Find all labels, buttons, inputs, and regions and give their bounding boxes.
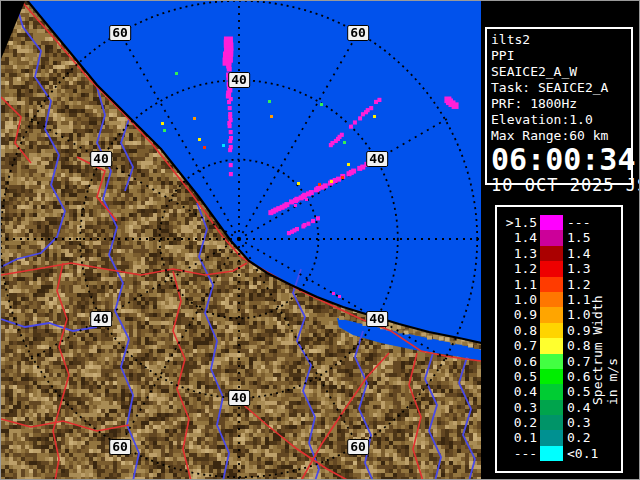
legend-left-label: --- (499, 446, 540, 461)
legend-left-label: 0.1 (499, 430, 540, 445)
radar-info-panel: ilts2PPISEAICE2_A_WTask: SEAICE2_APRF: 1… (485, 27, 633, 185)
legend-left-label: 0.3 (499, 400, 540, 415)
range-label-40-0: 40 (228, 72, 250, 88)
legend-color-cell (540, 277, 563, 292)
legend-color-cell (540, 261, 563, 276)
legend-row-2: 1.31.4 (499, 246, 609, 261)
range-label-60-9: 60 (347, 439, 369, 455)
legend-color-cell (540, 230, 563, 245)
legend-row-14: 0.10.2 (499, 430, 609, 445)
radar-map-display: 40606040404040406060 (1, 1, 481, 480)
legend-color-cell (540, 323, 563, 338)
info-line-2: SEAICE2_A_W (491, 64, 627, 80)
info-line-1: PPI (491, 48, 627, 64)
legend-title: Spectrum Width in m/s (590, 273, 620, 405)
legend-color-cell (540, 292, 563, 307)
range-label-60-8: 60 (109, 439, 131, 455)
spectrum-width-legend: >1.5---1.41.51.31.41.21.31.11.21.01.10.9… (495, 205, 623, 473)
clock-date: 10 OCT 2025 JST (491, 176, 627, 195)
legend-color-cell (540, 415, 563, 430)
legend-left-label: >1.5 (499, 215, 540, 230)
legend-color-cell (540, 307, 563, 322)
legend-right-label: <0.1 (563, 446, 609, 461)
range-label-40-3: 40 (90, 151, 112, 167)
info-line-3: Task: SEAICE2_A (491, 80, 627, 96)
legend-left-label: 1.2 (499, 261, 540, 276)
legend-right-label: 0.2 (563, 430, 609, 445)
legend-row-0: >1.5--- (499, 215, 609, 230)
legend-color-cell (540, 246, 563, 261)
range-label-40-5: 40 (90, 311, 112, 327)
legend-row-1: 1.41.5 (499, 230, 609, 245)
clock-time: 06:00:34 (491, 144, 627, 176)
info-line-5: Elevation:1.0 (491, 112, 627, 128)
range-label-40-4: 40 (366, 151, 388, 167)
legend-row-13: 0.20.3 (499, 415, 609, 430)
legend-color-cell (540, 430, 563, 445)
legend-color-cell (540, 446, 563, 461)
radar-app-window: 40606040404040406060 ilts2PPISEAICE2_A_W… (0, 0, 640, 480)
legend-left-label: 1.1 (499, 277, 540, 292)
legend-color-cell (540, 354, 563, 369)
legend-color-cell (540, 215, 563, 230)
legend-left-label: 0.4 (499, 384, 540, 399)
info-line-4: PRF: 1800Hz (491, 96, 627, 112)
legend-left-label: 1.3 (499, 246, 540, 261)
legend-color-cell (540, 384, 563, 399)
legend-right-label: 1.5 (563, 230, 609, 245)
legend-left-label: 1.0 (499, 292, 540, 307)
legend-row-15: ---<0.1 (499, 446, 609, 461)
info-line-0: ilts2 (491, 32, 627, 48)
legend-right-label: 1.4 (563, 246, 609, 261)
legend-color-cell (540, 400, 563, 415)
legend-right-label: --- (563, 215, 609, 230)
legend-left-label: 0.8 (499, 323, 540, 338)
range-label-60-1: 60 (109, 25, 131, 41)
legend-left-label: 0.9 (499, 307, 540, 322)
legend-color-cell (540, 369, 563, 384)
radar-info-lines: ilts2PPISEAICE2_A_WTask: SEAICE2_APRF: 1… (491, 32, 627, 144)
legend-left-label: 1.4 (499, 230, 540, 245)
legend-left-label: 0.6 (499, 354, 540, 369)
legend-left-label: 0.2 (499, 415, 540, 430)
legend-left-label: 0.5 (499, 369, 540, 384)
legend-color-cell (540, 338, 563, 353)
legend-left-label: 0.7 (499, 338, 540, 353)
range-label-60-2: 60 (347, 25, 369, 41)
range-label-40-7: 40 (228, 390, 250, 406)
range-label-40-6: 40 (366, 311, 388, 327)
legend-right-label: 0.3 (563, 415, 609, 430)
